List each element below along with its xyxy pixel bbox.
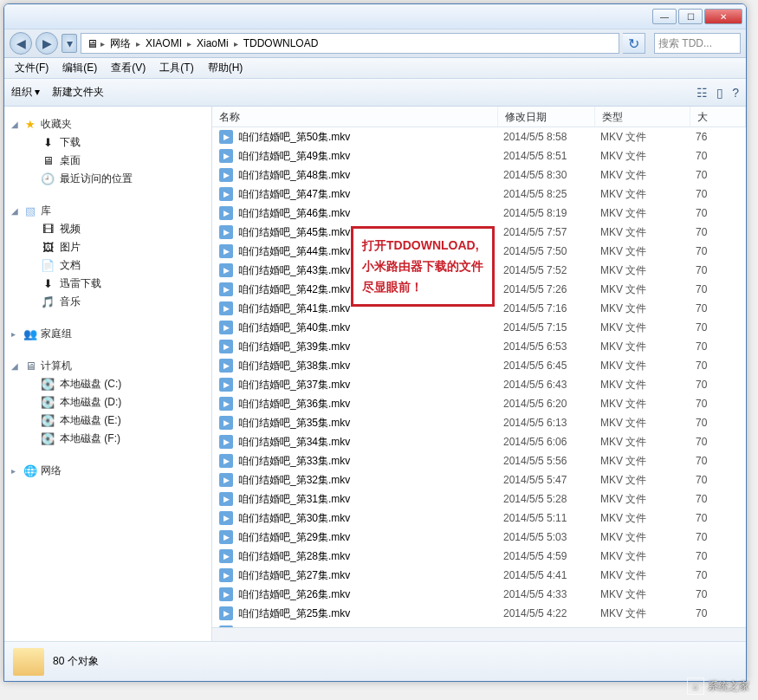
file-row[interactable]: ▶咱们结婚吧_第35集.mkv2014/5/5 6:13MKV 文件70 [212, 413, 746, 432]
sidebar-item[interactable]: 🕘最近访问的位置 [8, 170, 208, 188]
sidebar-item[interactable]: ⬇下载 [8, 133, 208, 152]
path-seg[interactable]: XIAOMI [142, 37, 185, 49]
file-row[interactable]: ▶咱们结婚吧_第33集.mkv2014/5/5 5:56MKV 文件70 [212, 451, 746, 470]
file-row[interactable]: ▶咱们结婚吧_第47集.mkv2014/5/5 8:25MKV 文件70 [212, 185, 746, 204]
file-row[interactable]: ▶咱们结婚吧_第49集.mkv2014/5/5 8:51MKV 文件70 [212, 146, 746, 165]
path-seg[interactable]: TDDOWNLOAD [240, 37, 322, 49]
file-row[interactable]: ▶咱们结婚吧_第26集.mkv2014/5/5 4:33MKV 文件70 [212, 585, 746, 604]
preview-pane-button[interactable]: ▯ [716, 86, 723, 100]
horizontal-scrollbar[interactable] [212, 627, 746, 641]
file-row[interactable]: ▶咱们结婚吧_第36集.mkv2014/5/5 6:20MKV 文件70 [212, 394, 746, 413]
file-row[interactable]: ▶咱们结婚吧_第25集.mkv2014/5/5 4:22MKV 文件70 [212, 604, 746, 623]
address-bar[interactable]: 🖥 ▸ 网络 ▸ XIAOMI ▸ XiaoMi ▸ TDDOWNLOAD [81, 33, 619, 54]
file-type: MKV 文件 [600, 416, 696, 431]
col-name[interactable]: 名称 [212, 107, 498, 126]
chevron-down-icon: ◢ [11, 206, 20, 216]
file-name: 咱们结婚吧_第39集.mkv [238, 340, 503, 354]
sidebar-item[interactable]: 🎵音乐 [8, 293, 208, 311]
file-row[interactable]: ▶咱们结婚吧_第37集.mkv2014/5/5 6:43MKV 文件70 [212, 375, 746, 394]
path-arrow-icon: ▸ [234, 39, 238, 49]
file-row[interactable]: ▶咱们结婚吧_第38集.mkv2014/5/5 6:45MKV 文件70 [212, 356, 746, 375]
history-dropdown[interactable]: ▾ [62, 34, 77, 53]
path-seg[interactable]: 网络 [107, 36, 134, 51]
col-type[interactable]: 类型 [595, 107, 690, 126]
file-list[interactable]: 打开TDDOWNLOAD, 小米路由器下载的文件 尽显眼前！ ▶咱们结婚吧_第5… [212, 127, 746, 627]
file-row[interactable]: ▶咱们结婚吧_第30集.mkv2014/5/5 5:11MKV 文件70 [212, 509, 746, 528]
forward-button[interactable]: ▶ [36, 32, 58, 55]
file-row[interactable]: ▶咱们结婚吧_第27集.mkv2014/5/5 4:41MKV 文件70 [212, 566, 746, 585]
sidebar-item[interactable]: 🎞视频 [8, 220, 208, 238]
sidebar-network[interactable]: ▸ 🌐 网络 [8, 462, 208, 480]
menu-help[interactable]: 帮助(H) [201, 61, 250, 75]
file-row[interactable]: ▶咱们结婚吧_第48集.mkv2014/5/5 8:30MKV 文件70 [212, 165, 746, 185]
new-folder-button[interactable]: 新建文件夹 [52, 85, 104, 100]
mkv-file-icon: ▶ [219, 511, 233, 525]
file-row[interactable]: ▶咱们结婚吧_第39集.mkv2014/5/5 6:53MKV 文件70 [212, 337, 746, 356]
sidebar-item[interactable]: 💽本地磁盘 (C:) [8, 375, 208, 393]
mkv-file-icon: ▶ [219, 473, 233, 487]
col-size[interactable]: 大 [690, 107, 746, 126]
mkv-file-icon: ▶ [219, 149, 233, 163]
close-button[interactable]: ✕ [704, 9, 742, 24]
file-date: 2014/5/5 4:33 [503, 588, 600, 600]
item-label: 音乐 [60, 295, 81, 309]
path-arrow-icon: ▸ [100, 39, 105, 49]
file-row[interactable]: ▶咱们结婚吧_第34集.mkv2014/5/5 6:06MKV 文件70 [212, 432, 746, 451]
computer-icon: 🖥 [85, 36, 99, 50]
file-type: MKV 文件 [600, 244, 696, 259]
help-button[interactable]: ? [732, 86, 739, 100]
sidebar-item[interactable]: 💽本地磁盘 (F:) [8, 430, 208, 448]
search-input[interactable]: 搜索 TDD... [654, 33, 741, 54]
file-row[interactable]: ▶咱们结婚吧_第46集.mkv2014/5/5 8:19MKV 文件70 [212, 204, 746, 223]
back-button[interactable]: ◀ [10, 32, 32, 55]
sidebar-libraries[interactable]: ◢ ▧ 库 [8, 202, 208, 220]
file-type: MKV 文件 [600, 587, 696, 602]
sidebar-item[interactable]: 🖼图片 [8, 238, 208, 256]
file-date: 2014/5/5 8:58 [503, 131, 600, 143]
menu-tools[interactable]: 工具(T) [152, 61, 200, 75]
file-name: 咱们结婚吧_第26集.mkv [238, 587, 503, 602]
sidebar-item[interactable]: 🖥桌面 [8, 152, 208, 170]
item-icon: ⬇ [41, 277, 55, 291]
sidebar-item[interactable]: 💽本地磁盘 (D:) [8, 393, 208, 412]
sidebar-favorites[interactable]: ◢ ★ 收藏夹 [8, 115, 208, 133]
item-label: 最近访问的位置 [60, 172, 133, 186]
menu-view[interactable]: 查看(V) [104, 61, 152, 75]
file-size: 70 [696, 436, 707, 448]
menu-file[interactable]: 文件(F) [8, 61, 55, 75]
file-size: 70 [696, 607, 707, 619]
refresh-button[interactable]: ↻ [623, 33, 645, 54]
file-row[interactable]: ▶咱们结婚吧_第50集.mkv2014/5/5 8:58MKV 文件76 [212, 127, 746, 146]
maximize-button[interactable]: ☐ [678, 9, 703, 24]
item-label: 桌面 [60, 153, 81, 168]
minimize-button[interactable]: — [652, 9, 677, 24]
item-label: 本地磁盘 (C:) [60, 377, 121, 392]
file-row[interactable]: ▶咱们结婚吧_第28集.mkv2014/5/5 4:59MKV 文件70 [212, 547, 746, 566]
file-name: 咱们结婚吧_第28集.mkv [238, 549, 503, 564]
organize-button[interactable]: 组织 ▾ [11, 85, 40, 100]
file-name: 咱们结婚吧_第24集.mkv [238, 625, 503, 628]
mkv-file-icon: ▶ [219, 606, 233, 620]
sidebar-homegroup[interactable]: ▸ 👥 家庭组 [8, 325, 208, 343]
sidebar-item[interactable]: 📄文档 [8, 256, 208, 275]
file-row[interactable]: ▶咱们结婚吧_第29集.mkv2014/5/5 5:03MKV 文件70 [212, 528, 746, 547]
callout-line: 打开TDDOWNLOAD, [362, 236, 483, 256]
col-date[interactable]: 修改日期 [498, 107, 595, 126]
file-name: 咱们结婚吧_第31集.mkv [238, 492, 503, 507]
view-mode-button[interactable]: ☷ [696, 86, 708, 100]
file-row[interactable]: ▶咱们结婚吧_第40集.mkv2014/5/5 7:15MKV 文件70 [212, 318, 746, 337]
sidebar-item[interactable]: 💽本地磁盘 (E:) [8, 412, 208, 430]
file-size: 70 [696, 512, 707, 524]
item-icon: 💽 [41, 432, 55, 446]
sidebar-computer[interactable]: ◢ 🖥 计算机 [8, 357, 208, 375]
file-date: 2014/5/5 7:15 [503, 321, 600, 334]
menu-edit[interactable]: 编辑(E) [55, 61, 104, 75]
path-seg[interactable]: XiaoMi [193, 37, 232, 49]
file-row[interactable]: ▶咱们结婚吧_第31集.mkv2014/5/5 5:28MKV 文件70 [212, 489, 746, 509]
file-row[interactable]: ▶咱们结婚吧_第24集.mkv2014/5/5 4:07MKV 文件70 [212, 623, 746, 627]
file-name: 咱们结婚吧_第33集.mkv [238, 454, 503, 469]
file-size: 70 [696, 417, 707, 429]
sidebar-item[interactable]: ⬇迅雷下载 [8, 275, 208, 293]
mkv-file-icon: ▶ [219, 321, 233, 334]
file-row[interactable]: ▶咱们结婚吧_第32集.mkv2014/5/5 5:47MKV 文件70 [212, 470, 746, 489]
